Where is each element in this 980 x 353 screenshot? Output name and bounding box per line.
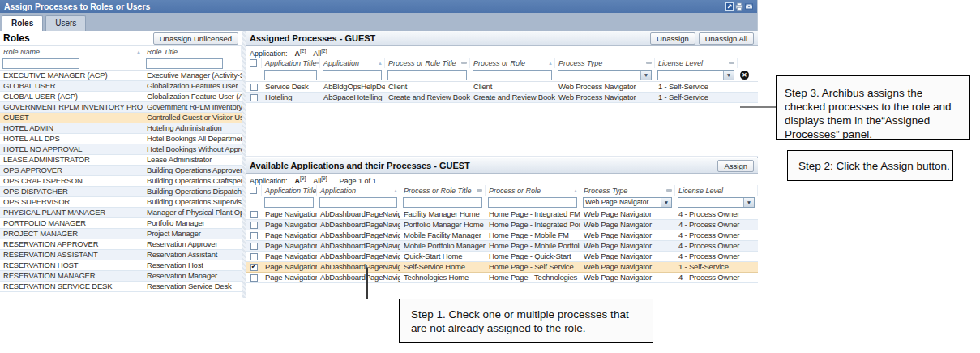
row-checkbox-cell[interactable] [246,252,262,261]
print-icon[interactable] [735,2,743,11]
column-application-title[interactable]: Application Title [262,185,317,196]
row-checkbox-cell[interactable]: ✔ [246,262,262,272]
checkbox[interactable] [250,274,258,282]
role-row[interactable]: RESERVATION APPROVER Reservation Approve… [0,239,242,250]
row-checkbox-cell[interactable] [246,82,262,92]
role-row[interactable]: RESERVATION HOST Reservation Host [0,260,242,271]
role-row[interactable]: GLOBAL USER Globalization Features User [0,81,242,92]
role-row[interactable]: HOTEL ALL DPS Hotel Bookings All Departm… [0,134,242,144]
role-row[interactable]: GUEST Controlled Guest or Visitor Users [0,113,242,123]
tab-roles[interactable]: Roles [2,15,43,31]
process-filter-input[interactable] [473,70,552,80]
application-link-all[interactable]: All[2] [313,48,327,58]
checkbox[interactable] [250,211,258,218]
row-checkbox-cell[interactable] [246,220,262,230]
process-row[interactable]: ✔ Page Navigation AbDashboardPageNavigat… [246,262,758,273]
process-type-filter-dropdown[interactable]: ▼ [558,70,652,80]
process-title-filter-input[interactable] [387,70,467,80]
role-name-cell: OPS SUPERVISOR [0,197,143,207]
role-row[interactable]: OPS DISPATCHER Building Operations Dispa… [0,187,242,197]
select-all-cell[interactable] [246,58,262,68]
unassign-button[interactable]: Unassign [650,32,695,45]
column-role-name[interactable]: Role Name ▲ [0,46,143,57]
row-checkbox-cell[interactable] [246,273,262,282]
role-row[interactable]: PHYSICAL PLANT MANAGER Manager of Physic… [0,208,242,218]
checkbox[interactable] [250,222,258,229]
column-application[interactable]: Application▲ [317,185,400,196]
checkbox[interactable] [250,243,258,250]
column-role-title[interactable]: Role Title [143,46,242,57]
checkbox[interactable] [250,232,258,239]
row-checkbox-cell[interactable] [246,209,262,219]
column-license-level[interactable]: License Level [675,185,758,196]
role-row[interactable]: PROJECT MANAGER Project Manager [0,229,242,239]
process-title-cell: Facility Manager Home [400,209,486,219]
process-row[interactable]: Page Navigation AbDashboardPageNavigatio… [246,220,758,230]
mail-icon[interactable] [745,2,753,11]
checkbox[interactable] [250,84,258,91]
column-process-title[interactable]: Process or Role Title [385,58,470,68]
role-row[interactable]: PORTFOLIO MANAGER Portfolio Manager [0,218,242,229]
role-name-cell: RESERVATION SERVICE DESK [0,282,143,291]
role-row[interactable]: RESERVATION SERVICE DESK Reservation Ser… [0,282,242,292]
role-row[interactable]: LEASE ADMINISTRATOR Lease Administrator [0,155,242,166]
application-link-all[interactable]: All[9] [313,175,327,185]
role-row[interactable]: RESERVATION MANAGER Reservation Manager [0,271,242,282]
column-process-title[interactable]: Process or Role Title [400,185,486,196]
role-row[interactable]: GLOBAL USER (ACP) Globalization Feature … [0,92,242,102]
application-link-a[interactable]: A[9] [295,175,306,185]
column-application-title[interactable]: Application Title [262,58,320,68]
role-row[interactable]: RESERVATION ASSISTANT Reservation Assist… [0,250,242,260]
select-all-checkbox[interactable] [250,59,257,67]
role-row[interactable]: OPS CRAFTSPERSON Building Operations Cra… [0,176,242,187]
process-type-filter-dropdown[interactable]: Web Page Navigator▼ [583,197,672,208]
assign-button[interactable]: Assign [717,160,754,172]
role-row[interactable]: EXECUTIVE MANAGER (ACP) Executive Manage… [0,71,242,81]
unassign-all-button[interactable]: Unassign All [699,32,754,45]
checkbox[interactable] [250,94,258,101]
role-title-filter-input[interactable] [146,58,223,69]
column-application[interactable]: Application▲ [320,58,385,68]
x-circle-icon[interactable]: ✕ [740,71,749,80]
application-title-filter-input[interactable] [264,197,314,208]
checkbox[interactable] [250,253,258,260]
process-row[interactable]: Page Navigation AbDashboardPageNavigatio… [246,230,758,241]
column-process-type[interactable]: Process Type [580,185,675,196]
role-name-filter-input[interactable] [2,58,79,69]
process-row[interactable]: Service Desk AbBldgOpsHelpDesk Client Cl… [246,82,758,93]
application-filter-input[interactable] [323,70,382,80]
process-cell: Home Page - Integrated FM [486,209,580,219]
process-row[interactable]: Page Navigation AbDashboardPageNavigatio… [246,209,758,220]
role-row[interactable]: OPS SUPERVISOR Building Operations Super… [0,197,242,208]
process-title-filter-input[interactable] [403,197,482,208]
role-row[interactable]: HOTEL ADMIN Hoteling Administration [0,123,242,134]
column-process-type[interactable]: Process Type [555,58,655,68]
process-row[interactable]: Hoteling AbSpaceHotelling Create and Rev… [246,93,758,103]
process-filter-input[interactable] [488,197,577,208]
application-title-filter-input[interactable] [264,70,317,80]
expand-icon[interactable] [725,2,734,11]
select-all-checkbox[interactable] [250,187,257,194]
process-title-cell: Quick-Start Home [400,252,486,261]
select-all-cell[interactable] [246,185,262,196]
row-checkbox-cell[interactable] [246,241,262,251]
process-row[interactable]: Page Navigation AbDashboardPageNavigatio… [246,252,758,262]
role-row[interactable]: HOTEL NO APPROVAL Hotel Bookings Without… [0,144,242,155]
role-row[interactable]: GOVERNMENT RPLM INVENTORY PROCESS OWNER … [0,102,242,113]
role-name-cell: PHYSICAL PLANT MANAGER [0,208,143,217]
tab-users[interactable]: Users [45,15,86,31]
column-process[interactable]: Process or Role▲ [470,58,555,68]
checkbox[interactable]: ✔ [250,264,258,271]
role-row[interactable]: OPS APPROVER Building Operations Approve… [0,166,242,176]
row-checkbox-cell[interactable] [246,93,262,102]
application-filter-input[interactable] [319,197,397,208]
process-row[interactable]: Page Navigation AbDashboardPageNavigatio… [246,273,758,283]
row-checkbox-cell[interactable] [246,230,262,240]
application-link-a[interactable]: A[2] [295,48,306,58]
column-license-level[interactable]: License Level [655,58,738,68]
unassign-unlicensed-button[interactable]: Unassign Unlicensed [153,32,238,45]
process-row[interactable]: Page Navigation AbDashboardPageNavigatio… [246,241,758,252]
license-level-filter-dropdown[interactable]: ▼ [678,197,755,208]
license-level-filter-dropdown[interactable]: ▼ [657,70,734,80]
column-process[interactable]: Process or Role▲ [486,185,580,196]
